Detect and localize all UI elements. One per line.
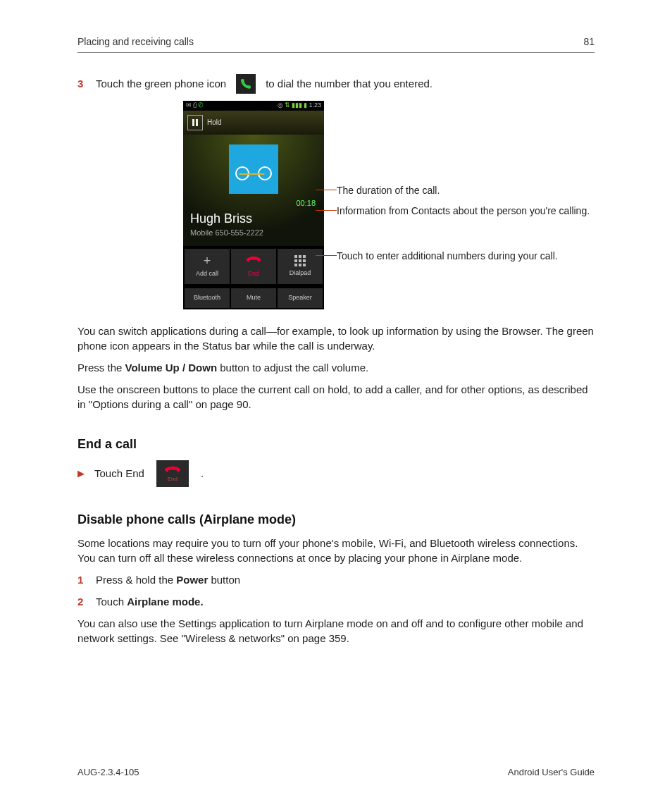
callout-column: The duration of the call. Information fr… <box>337 101 590 309</box>
status-signal-icon: ▮▮▮ <box>292 101 302 110</box>
para-volume: Press the Volume Up / Down button to adj… <box>77 360 595 375</box>
status-wifi-icon: ⇅ <box>285 101 290 110</box>
contact-name: Hugh Briss <box>190 210 317 228</box>
airplane-step-2: 2 Touch Airplane mode. <box>77 594 595 609</box>
callout-duration: The duration of the call. <box>337 184 590 198</box>
mute-button[interactable]: Mute <box>231 288 276 308</box>
speaker-label: Speaker <box>288 293 312 302</box>
heading-airplane: Disable phone calls (Airplane mode) <box>77 511 595 529</box>
footer-right: Android User's Guide <box>508 766 595 779</box>
callout-contact: Information from Contacts about the pers… <box>337 204 590 218</box>
callout-dialpad: Touch to enter additional numbers during… <box>337 250 590 264</box>
header-section: Placing and receiving calls <box>77 35 194 49</box>
para-airplane-intro: Some locations may require you to turn o… <box>77 536 595 565</box>
status-time: 1:23 <box>309 101 321 110</box>
para-switch-apps: You can switch applications during a cal… <box>77 324 595 353</box>
status-mail-icon: ✉ <box>186 101 192 110</box>
para-options: Use the onscreen buttons to place the cu… <box>77 382 595 412</box>
bluetooth-button[interactable]: Bluetooth <box>185 288 230 308</box>
add-call-button[interactable]: +Add call <box>185 249 230 284</box>
step-number: 2 <box>77 594 86 609</box>
end-chip-label: End <box>168 475 178 483</box>
step-3: 3 Touch the green phone icon to dial the… <box>77 74 595 94</box>
pause-icon <box>187 115 203 130</box>
heading-end-call: End a call <box>77 436 595 453</box>
add-call-label: Add call <box>196 269 218 278</box>
end-call-period: . <box>201 466 204 481</box>
step-number: 1 <box>77 572 86 587</box>
airplane-step-1: 1 Press & hold the Power button <box>77 572 595 587</box>
end-call-chip: End <box>156 460 189 487</box>
end-call-button[interactable]: End <box>231 249 276 284</box>
end-call-step: ▶ Touch End End . <box>77 460 595 487</box>
dialpad-icon <box>294 255 306 266</box>
contact-avatar <box>229 144 278 194</box>
call-duration: 00:18 <box>190 198 316 209</box>
step-3-text-a: Touch the green phone icon <box>96 76 226 91</box>
status-battery-icon: ▮ <box>304 101 307 110</box>
bluetooth-label: Bluetooth <box>194 293 220 302</box>
para-airplane-settings: You can also use the Settings applicatio… <box>77 616 595 646</box>
status-target-icon: ◎ <box>278 101 283 110</box>
green-phone-icon <box>236 74 256 94</box>
status-phone-icon: ✆ <box>198 101 204 110</box>
plus-icon: + <box>204 254 211 267</box>
hold-label: Hold <box>207 118 222 128</box>
footer-left: AUG-2.3.4-105 <box>77 766 139 779</box>
phone-screenshot: ✉⎙✆ ◎⇅▮▮▮▮1:23 Hold 00:18 Hugh Briss Mob… <box>183 101 324 309</box>
dialpad-label: Dialpad <box>290 269 311 278</box>
dialpad-button[interactable]: Dialpad <box>278 249 323 284</box>
end-call-chip-icon <box>162 464 183 474</box>
step-3-text-b: to dial the number that you entered. <box>266 76 433 91</box>
status-bar: ✉⎙✆ ◎⇅▮▮▮▮1:23 <box>183 101 324 111</box>
end-call-text: Touch End <box>94 466 144 481</box>
contact-number: Mobile 650-555-2222 <box>190 228 317 238</box>
triangle-bullet-icon: ▶ <box>77 467 85 480</box>
mute-label: Mute <box>247 293 261 302</box>
hold-bar[interactable]: Hold <box>183 111 324 135</box>
end-call-icon <box>244 254 263 267</box>
step-number: 3 <box>77 76 86 91</box>
call-panel: 00:18 Hugh Briss Mobile 650-555-2222 <box>183 135 324 246</box>
speaker-button[interactable]: Speaker <box>278 288 323 308</box>
header-page: 81 <box>583 35 595 49</box>
status-usb-icon: ⎙ <box>193 101 197 110</box>
end-call-label: End <box>248 269 259 278</box>
